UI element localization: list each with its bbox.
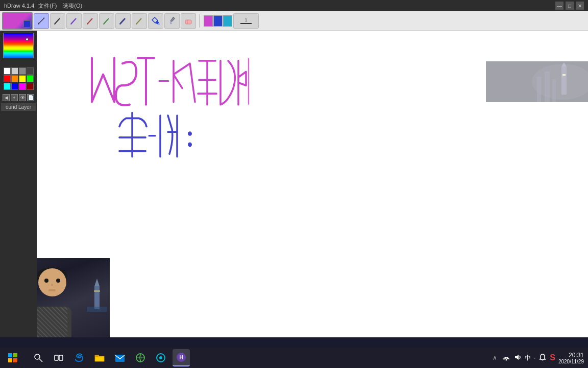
svg-rect-42 (59, 355, 63, 360)
svg-line-7 (87, 18, 92, 24)
swatch-10[interactable] (19, 83, 26, 90)
svg-rect-43 (115, 355, 125, 362)
taskbar-date-display: 2020/11/29 (558, 359, 584, 364)
palette-color-1[interactable] (204, 15, 213, 27)
svg-point-30 (188, 143, 192, 147)
svg-line-40 (39, 359, 42, 362)
svg-marker-17 (170, 23, 172, 25)
svg-rect-18 (185, 20, 191, 24)
titlebar-left: hDraw 4.1.4 文件(F) 选项(O) (4, 2, 82, 10)
pen-tool-5[interactable] (99, 13, 114, 29)
pen-tool-2[interactable] (50, 13, 65, 29)
layer-controls: ◀ + 👁 📄 (3, 94, 34, 101)
ime-icon[interactable]: 中 (525, 354, 531, 362)
svg-line-11 (120, 18, 125, 24)
person-face (38, 268, 66, 296)
svg-rect-36 (13, 353, 17, 357)
swatch-7[interactable] (27, 75, 34, 82)
svg-point-47 (159, 356, 162, 359)
color-palette (204, 15, 232, 27)
svg-line-13 (136, 18, 141, 24)
volume-icon[interactable] (513, 353, 522, 363)
svg-point-50 (505, 359, 507, 360)
palette-color-2[interactable] (213, 15, 223, 27)
taskbar-time[interactable]: 20:31 2020/11/29 (558, 352, 584, 364)
svg-rect-38 (13, 358, 17, 362)
sogou-icon[interactable]: S (550, 353, 555, 362)
pen-tool-1[interactable] (34, 13, 49, 29)
titlebar-menu: 文件(F) 选项(O) (38, 2, 82, 10)
layer-label[interactable]: ound Layer (1, 103, 36, 111)
minimize-button[interactable]: — (555, 2, 564, 10)
svg-rect-16 (170, 21, 172, 23)
taskbar-taskview-icon[interactable] (50, 349, 67, 366)
color-swatch-display[interactable] (2, 12, 33, 30)
palette-color-3[interactable] (223, 15, 232, 27)
layer-ctrl-add[interactable]: + (11, 94, 18, 101)
swatch-11[interactable] (27, 83, 34, 90)
taskbar-icons: H (26, 349, 493, 366)
left-panel: ◀ + 👁 📄 ound Layer (0, 31, 37, 337)
layer-ctrl-prev[interactable]: ◀ (3, 94, 10, 101)
swatch-9[interactable] (11, 83, 18, 90)
swatch-2[interactable] (19, 67, 26, 75)
dropper-tool[interactable] (164, 13, 180, 29)
color-gradient[interactable] (3, 33, 34, 58)
handwriting-svg (37, 31, 588, 337)
layer-ctrl-doc[interactable]: 📄 (27, 94, 34, 101)
taskbar-app3-icon[interactable] (152, 349, 169, 366)
swatch-3[interactable] (27, 67, 34, 75)
swatch-0[interactable] (4, 67, 11, 75)
swatch-8[interactable] (4, 83, 11, 90)
system-tray-expand[interactable]: ∧ (493, 354, 497, 361)
taskbar-time-display: 20:31 (558, 352, 584, 359)
swatch-1[interactable] (11, 67, 18, 75)
layer-ctrl-eye[interactable]: 👁 (19, 94, 26, 101)
canvas-area[interactable] (37, 31, 588, 337)
svg-rect-35 (8, 353, 12, 357)
svg-marker-32 (94, 279, 100, 286)
svg-line-0 (38, 18, 44, 24)
notification-icon[interactable] (538, 353, 547, 363)
pen-tool-6[interactable] (115, 13, 131, 29)
brush-size-display[interactable]: 1 (233, 13, 259, 29)
maximize-button[interactable]: □ (566, 2, 574, 10)
eraser-tool[interactable] (181, 13, 196, 29)
fill-tool[interactable] (148, 13, 163, 29)
svg-rect-41 (55, 355, 58, 360)
taskbar-hdraw-icon[interactable]: H (173, 349, 190, 366)
taskbar-edge-icon[interactable] (70, 349, 88, 366)
pen-tool-7[interactable] (132, 13, 147, 29)
titlebar-title: hDraw 4.1.4 (4, 3, 34, 9)
taskbar-explorer-icon[interactable] (91, 349, 108, 366)
network-icon[interactable] (502, 353, 510, 363)
ime-dot[interactable]: · (534, 354, 535, 361)
taskbar-mail-icon[interactable] (111, 349, 129, 366)
pen-tool-3[interactable] (66, 13, 82, 29)
taskbar: H ∧ 中 · S 20:31 2020/11/29 (0, 348, 588, 368)
pen-tool-4[interactable] (83, 13, 98, 29)
menu-file[interactable]: 文件(F) (38, 2, 57, 10)
color-dot (26, 38, 29, 41)
svg-text:H: H (179, 355, 183, 360)
swatch-6[interactable] (19, 75, 26, 82)
taskbar-system-tray: ∧ 中 · S 20:31 2020/11/29 (493, 352, 588, 364)
taskbar-browser-icon[interactable] (132, 349, 149, 366)
svg-rect-31 (94, 286, 100, 309)
canvas-content (37, 31, 588, 337)
svg-rect-37 (8, 358, 12, 362)
svg-line-9 (104, 18, 109, 24)
menu-select[interactable]: 选项(O) (63, 2, 82, 10)
svg-rect-34 (87, 307, 107, 312)
swatch-5[interactable] (11, 75, 18, 82)
color-display (3, 33, 34, 63)
svg-point-29 (188, 131, 192, 136)
toolbar: 1 (0, 11, 588, 31)
swatch-4[interactable] (4, 75, 11, 82)
titlebar-controls: — □ ✕ (555, 2, 584, 10)
close-button[interactable]: ✕ (576, 2, 584, 10)
taskbar-search-icon[interactable] (30, 349, 47, 366)
start-button[interactable] (0, 352, 26, 363)
svg-rect-33 (94, 290, 100, 292)
svg-line-5 (71, 18, 76, 24)
